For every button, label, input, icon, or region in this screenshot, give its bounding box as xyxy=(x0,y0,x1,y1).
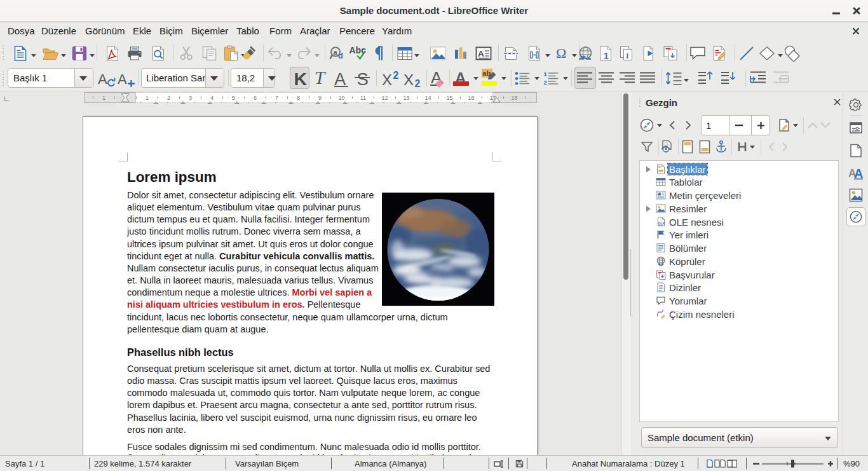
svg-text:1: 1 xyxy=(146,95,149,101)
svg-text:18: 18 xyxy=(511,95,517,101)
svg-text:A: A xyxy=(854,167,863,180)
svg-text:6: 6 xyxy=(254,95,257,101)
svg-text:OLE: OLE xyxy=(658,221,665,225)
svg-text:14: 14 xyxy=(424,95,431,101)
svg-text:12: 12 xyxy=(381,95,388,101)
svg-text:1: 1 xyxy=(544,71,548,77)
svg-text:1: 1 xyxy=(102,95,105,101)
svg-text:a: a xyxy=(334,48,338,56)
svg-text:7: 7 xyxy=(275,95,278,101)
svg-text:1: 1 xyxy=(604,51,609,61)
svg-text:10: 10 xyxy=(338,95,344,101)
svg-text:13: 13 xyxy=(403,95,409,101)
svg-text:i: i xyxy=(627,51,629,60)
svg-text:2: 2 xyxy=(544,78,547,85)
svg-text:11: 11 xyxy=(360,95,366,101)
svg-text:Ω: Ω xyxy=(556,46,566,61)
svg-text:3: 3 xyxy=(189,95,192,101)
svg-text:15: 15 xyxy=(446,95,452,101)
svg-text:5: 5 xyxy=(232,95,235,101)
svg-text:8: 8 xyxy=(297,95,300,101)
svg-text:9: 9 xyxy=(318,95,322,101)
svg-text:16: 16 xyxy=(468,95,474,101)
svg-text:2: 2 xyxy=(167,95,170,101)
svg-text:A: A xyxy=(478,49,484,58)
svg-text:4: 4 xyxy=(210,95,214,101)
svg-text:d: d xyxy=(338,51,343,60)
